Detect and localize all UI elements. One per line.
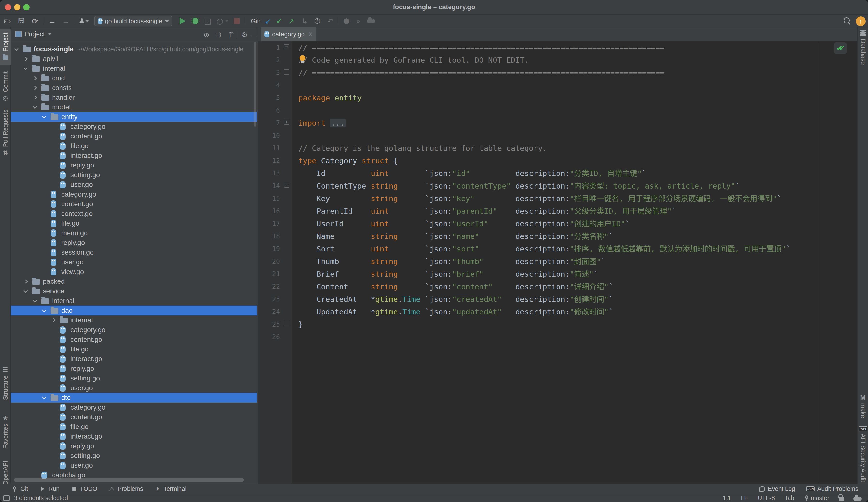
tree-item-entity[interactable]: entity [11, 112, 257, 122]
chevron-right-icon[interactable] [51, 318, 55, 322]
code-line[interactable]: Sort uint `json:"sort" description:"排序, … [298, 242, 790, 255]
tree-item-apiv1[interactable]: apiv1 [11, 54, 257, 64]
tree-item-consts[interactable]: consts [11, 83, 257, 93]
toolwindow-git[interactable]: Git [11, 485, 28, 492]
tree-item-category-go[interactable]: category.go [11, 325, 257, 335]
event-log-button[interactable]: Event Log [759, 485, 795, 492]
profiler-icon[interactable]: ◷ [215, 16, 225, 26]
run-coverage-icon[interactable]: ◲ [203, 16, 213, 26]
update-notification-button[interactable]: ↑ [856, 17, 866, 26]
tree-item-packed[interactable]: packed [11, 277, 257, 286]
project-horizontal-scrollbar[interactable] [14, 478, 244, 482]
tree-item-cmd[interactable]: cmd [11, 73, 257, 83]
tree-item-category-go[interactable]: category.go [11, 189, 257, 199]
audit-problems-button[interactable]: /API Audit Problems [806, 485, 858, 492]
tree-item-file-go[interactable]: file.go [11, 344, 257, 354]
sidebar-tab-api-security-audit[interactable]: /API API Security Audit [858, 426, 868, 489]
code-line[interactable]: // =====================================… [298, 41, 664, 54]
tree-item-session-go[interactable]: session.go [11, 248, 257, 257]
git-push-icon[interactable]: ↗ [286, 16, 296, 26]
chevron-down-icon[interactable] [42, 395, 46, 399]
tree-item-reply-go[interactable]: reply.go [11, 238, 257, 248]
fold-marker-icon[interactable]: − [284, 44, 289, 49]
unlocked-icon[interactable] [839, 497, 844, 501]
git-rollback-icon[interactable]: ↶ [326, 16, 335, 26]
fold-marker-icon[interactable]: − [284, 182, 289, 188]
code-line[interactable]: type Category struct { [298, 155, 398, 167]
tree-item-handler[interactable]: handler [11, 93, 257, 102]
fold-expand-icon[interactable]: + [284, 119, 289, 125]
code-line[interactable]: Name string `json:"name" description:"分类… [298, 230, 613, 242]
search-history-icon[interactable]: ⌕ [354, 16, 363, 26]
code-line[interactable]: package entity [298, 92, 362, 104]
open-folder-icon[interactable]: 🗁︎ [2, 16, 12, 26]
tree-item-view-go[interactable]: view.go [11, 267, 257, 277]
code-line[interactable]: // Code generated by GoFrame CLI tool. D… [298, 54, 529, 66]
sidebar-tab-favorites[interactable]: ★ Favorites [0, 415, 11, 456]
chevron-down-icon[interactable] [42, 308, 46, 312]
line-separator[interactable]: LF [741, 494, 748, 502]
git-commit-icon[interactable]: ✔ [274, 16, 284, 26]
inspection-status-icon[interactable]: ✔✔ [834, 42, 847, 54]
tree-item-menu-go[interactable]: menu.go [11, 228, 257, 238]
chevron-right-icon[interactable] [24, 57, 28, 61]
tree-item-file-go[interactable]: file.go [11, 141, 257, 151]
code-area[interactable]: // =====================================… [298, 41, 843, 484]
sidebar-tab-database[interactable]: Database [858, 30, 868, 85]
tree-item-user-go[interactable]: user.go [11, 461, 257, 470]
tree-item-category-go[interactable]: category.go [11, 122, 257, 132]
cloud-icon[interactable] [366, 16, 376, 26]
tree-item-internal[interactable]: internal [11, 315, 257, 325]
code-line[interactable]: UpdatedAt *gtime.Time `json:"updatedAt" … [298, 305, 613, 318]
code-line[interactable]: Brief string `json:"brief" description:"… [298, 268, 598, 280]
code-line[interactable]: import ... [298, 117, 345, 129]
chevron-down-icon[interactable] [14, 47, 19, 51]
tree-item-setting-go[interactable]: setting.go [11, 451, 257, 461]
project-view-title[interactable]: Project [24, 31, 45, 38]
chevron-right-icon[interactable] [33, 86, 37, 90]
chevron-down-icon[interactable] [24, 289, 28, 293]
back-icon[interactable]: ← [48, 16, 57, 26]
expand-all-icon[interactable]: ⇉ [214, 31, 223, 39]
tree-item-file-go[interactable]: file.go [11, 219, 257, 228]
tree-item-content-go[interactable]: content.go [11, 199, 257, 209]
code-line[interactable]: } [298, 318, 303, 331]
tree-item-focus-single[interactable]: focus-single~/Workspace/Go/GOPATH/src/gi… [11, 44, 257, 54]
file-encoding[interactable]: UTF-8 [757, 494, 775, 502]
tree-item-interact-go[interactable]: interact.go [11, 151, 257, 160]
code-line[interactable]: Thumb string `json:"thumb" description:"… [298, 255, 606, 268]
code-line[interactable]: Content string `json:"content" descripti… [298, 280, 613, 293]
sync-icon[interactable]: ⟳ [30, 16, 40, 26]
sidebar-tab-structure[interactable]: ☰ Structure [0, 366, 11, 410]
user-profile-caret-icon[interactable] [84, 16, 90, 26]
code-line[interactable]: Id uint `json:"id" description:"分类ID, 自增… [298, 167, 647, 180]
tree-item-setting-go[interactable]: setting.go [11, 374, 257, 383]
git-history-icon[interactable]: 🕓︎ [312, 16, 322, 26]
tree-item-reply-go[interactable]: reply.go [11, 364, 257, 374]
indent-style[interactable]: Tab [784, 494, 794, 502]
git-update-project-icon[interactable]: ↙ [263, 16, 273, 26]
tree-item-model[interactable]: model [11, 102, 257, 112]
toolwindow-run[interactable]: Run [39, 485, 60, 492]
code-line[interactable]: // =====================================… [298, 66, 664, 79]
tree-item-internal[interactable]: internal [11, 64, 257, 73]
tree-item-user-go[interactable]: user.go [11, 383, 257, 393]
tree-item-dto[interactable]: dto [11, 393, 257, 402]
editor-tab-category-go[interactable]: category.go × [261, 27, 316, 41]
chevron-down-icon[interactable] [42, 115, 46, 118]
chevron-right-icon[interactable] [33, 96, 37, 100]
code-line[interactable]: ParentId uint `json:"parentId" descripti… [298, 205, 676, 217]
tree-item-content-go[interactable]: content.go [11, 412, 257, 422]
tree-item-content-go[interactable]: content.go [11, 335, 257, 344]
tree-item-service[interactable]: service [11, 286, 257, 296]
forward-icon[interactable]: → [61, 16, 71, 26]
tree-item-category-go[interactable]: category.go [11, 402, 257, 412]
chevron-right-icon[interactable] [33, 76, 37, 80]
locate-file-icon[interactable]: ⊕ [202, 31, 210, 39]
debug-icon[interactable] [190, 16, 200, 26]
toolwindow-terminal[interactable]: ⏵︎ Terminal [154, 485, 186, 492]
sidebar-tab-pull-requests[interactable]: Pull Requests ⇅ [0, 107, 11, 158]
sidebar-tab-make[interactable]: M make [858, 394, 868, 423]
search-everywhere-icon[interactable] [842, 16, 852, 26]
tree-item-dao[interactable]: dao [11, 306, 257, 315]
